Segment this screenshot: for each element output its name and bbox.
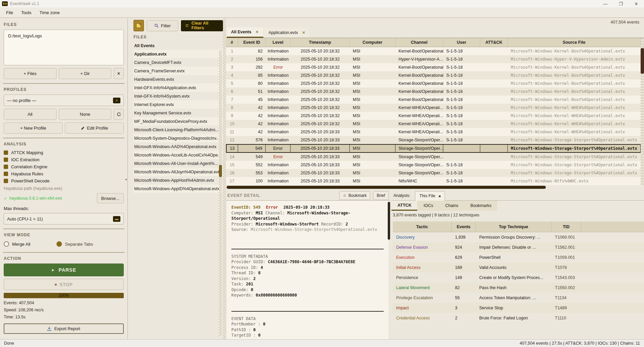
table-row[interactable]: 842Information2025-05-10 20:18:32MSIKern…	[226, 104, 641, 112]
event-detail-text[interactable]: EventID: 549Error2025-05-10 20:18:33 Com…	[227, 201, 388, 339]
file-list-item[interactable]: HardwareEvents.evtx	[134, 75, 223, 83]
profile-dropdown[interactable]: — no profile — ≡	[4, 95, 124, 106]
column-header-event-id[interactable]: Event ID	[238, 38, 266, 47]
analysis-option[interactable]: IOC Extraction	[4, 156, 124, 163]
attck-column-header-top-technique[interactable]: Top Technique	[476, 221, 552, 232]
analysis-option[interactable]: ATTCK Mapping	[4, 149, 124, 156]
separate-tabs-radio[interactable]	[56, 241, 62, 247]
scope-menu-icon[interactable]: ■	[439, 194, 441, 198]
column-header-level[interactable]: Level	[266, 38, 291, 47]
column-header-att-ck[interactable]: ATT&CK	[480, 38, 508, 47]
menu-item-tools[interactable]: Tools	[17, 8, 35, 17]
tab-application-evtx[interactable]: Application.evtx✕	[264, 27, 310, 38]
table-row[interactable]: 1142Information2025-05-10 20:18:33MSIKer…	[226, 128, 641, 136]
table-row[interactable]: 3292Error2025-05-10 20:18:32MSIKernel-Bo…	[226, 63, 641, 71]
analysis-tab-bookmarks[interactable]: Bookmarks	[464, 201, 498, 211]
checkbox-checked-icon[interactable]	[4, 172, 8, 176]
column-header--[interactable]: #	[226, 38, 238, 47]
file-list-item[interactable]: Camera_FrameServer.evtx	[134, 67, 223, 75]
new-profile-button[interactable]: + New Profile	[4, 123, 63, 134]
detail-scrollbar-thumb[interactable]	[388, 202, 390, 240]
menu-item-file[interactable]: File	[2, 8, 17, 17]
attck-row[interactable]: Initial Access169Valid AccountsT1078	[393, 263, 644, 273]
table-row[interactable]: 13549Error2025-05-10 20:18:33MSIStorage-…	[226, 144, 641, 153]
file-list-item[interactable]: Microsoft-System-Diagnostics-DiagnosticI…	[134, 134, 223, 142]
merge-all-radio[interactable]	[4, 241, 9, 247]
file-list-item[interactable]: Microsoft-Windows-AAD%4Operational.evtx	[134, 142, 223, 151]
table-row[interactable]: 2156Information2025-05-10 20:18:32MSIHyp…	[226, 55, 641, 63]
analysis-option[interactable]: PowerShell Decode	[4, 177, 124, 184]
column-header-channel[interactable]: Channel	[395, 38, 443, 47]
table-vertical-scrollbar[interactable]	[641, 38, 644, 185]
file-list-item[interactable]: Microsoft-Windows-AllJoyn%4Operational.e…	[134, 168, 223, 176]
profiles-all-button[interactable]: All	[4, 109, 56, 120]
table-row[interactable]: 182Information2025-05-10 20:18:32MSIKern…	[226, 47, 641, 55]
dropdown-menu-icon[interactable]: ≡	[113, 98, 120, 103]
table-row[interactable]: 14549Error2025-05-10 20:18:33MSIStorage-…	[226, 153, 641, 161]
table-row[interactable]: 12576Information2025-05-10 20:18:33MSISt…	[226, 136, 641, 144]
analysis-tab-iocs[interactable]: IOCs	[417, 201, 439, 211]
export-report-button[interactable]: Export Report	[4, 323, 124, 334]
checkbox-checked-icon[interactable]	[4, 179, 8, 183]
file-list-item[interactable]: Camera_DeviceMFT.evtx	[134, 58, 223, 67]
scrollbar-thumb[interactable]	[227, 186, 546, 189]
column-header-computer[interactable]: Computer	[350, 38, 395, 47]
table-row[interactable]: 580Information2025-05-10 20:18:32MSIKern…	[226, 79, 641, 88]
attck-row[interactable]: Lateral Movement82Pass the HashT1550.002	[393, 283, 644, 293]
table-row[interactable]: 745Information2025-05-10 20:18:32MSIKern…	[226, 96, 641, 104]
table-row[interactable]: 942Information2025-05-10 20:18:32MSIKern…	[226, 112, 641, 120]
file-list-item[interactable]: Microsoft-Windows-AppHost%4Admin.evtx	[134, 176, 223, 184]
checkbox-checked-icon[interactable]	[4, 165, 8, 169]
file-path-box[interactable]: D:/test_logs/Logs	[4, 30, 124, 65]
file-list-item[interactable]: Application.evtx	[134, 50, 223, 58]
checkbox-checked-icon[interactable]	[4, 150, 8, 155]
attck-row[interactable]: Execution629PowerShellT1059.001	[393, 252, 644, 263]
attck-column-header-events[interactable]: Events	[452, 221, 476, 232]
attck-row[interactable]: Impact3Service StopT1489	[393, 303, 644, 313]
column-header-source-file[interactable]: Source File	[508, 38, 641, 47]
attck-row[interactable]: Discovery1,939Permission Groups Discover…	[393, 232, 644, 242]
profiles-none-button[interactable]: None	[59, 109, 112, 120]
panel-splitter[interactable]	[223, 18, 226, 339]
attck-row[interactable]: Privilege Escalation55Access Token Manip…	[393, 293, 644, 303]
table-row[interactable]: 17100Information2025-05-10 20:18:33MSINt…	[226, 177, 641, 185]
tab-close-icon[interactable]: ✕	[255, 30, 259, 34]
analysis-scope-tab[interactable]: This File ■	[415, 191, 445, 201]
clear-all-filters-button[interactable]: Clear All Filters	[181, 20, 223, 31]
parse-button[interactable]: ► PARSE	[4, 264, 124, 276]
file-list-item[interactable]: Microsoft-Windows-AccelLib-AccelCx%4Ope.…	[134, 151, 223, 159]
tab-close-icon[interactable]: ✕	[302, 30, 305, 35]
file-list-item[interactable]: Internet Explorer.evtx	[134, 100, 223, 109]
stop-button[interactable]: ■ STOP	[4, 279, 124, 290]
menu-item-time-zone[interactable]: Time zone	[35, 8, 64, 17]
file-list-item[interactable]: Key Management Service.evtx	[134, 109, 223, 117]
file-list-item[interactable]: Intel-GFX-Info%4Application.evtx	[134, 83, 223, 92]
clear-files-button[interactable]: ✕	[114, 68, 124, 79]
file-list-scrollbar[interactable]	[219, 50, 222, 336]
file-list-item[interactable]: Microsoft-Windows-AppID%4Operational.evt…	[134, 184, 223, 193]
bookmark-button[interactable]: ☆ Bookmark	[339, 191, 371, 200]
add-dir-button[interactable]: + Dir	[59, 68, 112, 79]
attck-row[interactable]: Credential Access2Brute Force: Failed Lo…	[393, 313, 644, 323]
analysis-tab-attck[interactable]: ATTCK	[391, 201, 417, 211]
table-horizontal-scrollbar[interactable]	[226, 185, 641, 189]
refresh-profiles-button[interactable]	[114, 109, 124, 120]
analysis-option[interactable]: Correlation Engine	[4, 163, 124, 170]
scrollbar-thumb[interactable]	[641, 48, 644, 74]
edit-profile-button[interactable]: Edit Profile	[65, 123, 124, 134]
attck-row[interactable]: Persistence149Create or Modify System Pr…	[393, 273, 644, 283]
file-list-item[interactable]: All Events	[134, 41, 223, 50]
table-row[interactable]: 16553Information2025-05-10 20:18:33MSISt…	[226, 169, 641, 177]
scrollbar-thumb[interactable]	[219, 165, 222, 177]
notes-button[interactable]	[134, 20, 144, 31]
table-row[interactable]: 651Information2025-05-10 20:18:32MSIKern…	[226, 88, 641, 96]
file-list-item[interactable]: Microsoft-Windows-All-User-Install-Agent…	[134, 159, 223, 168]
add-files-button[interactable]: + Files	[4, 68, 56, 79]
sidebar-collapse-handle[interactable]: ◂	[125, 177, 127, 181]
attck-column-header-tactic[interactable]: Tactic	[393, 221, 452, 232]
attck-column-header-tid[interactable]: TID	[552, 221, 581, 232]
tab-all-events[interactable]: All Events✕	[227, 27, 263, 38]
close-button[interactable]: ✕	[629, 0, 644, 7]
checkbox-checked-icon[interactable]	[4, 158, 8, 162]
file-list-item[interactable]: MF_MediaFoundationDeviceProxy.evtx	[134, 117, 223, 126]
